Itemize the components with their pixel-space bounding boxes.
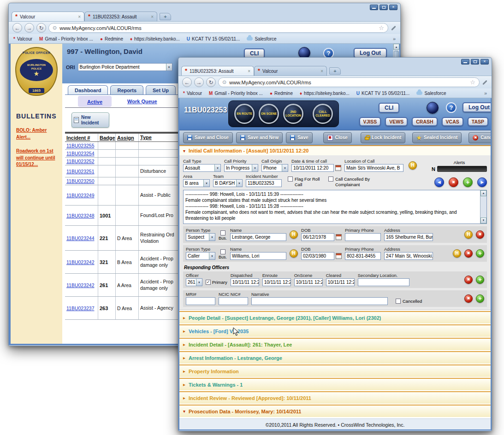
back-nav-button[interactable]: ← xyxy=(12,23,22,33)
col-header-type[interactable]: Type xyxy=(139,134,183,141)
incident-number-input[interactable]: 11BU023253 xyxy=(246,179,282,187)
dispatched-input[interactable]: 10/11/11 12:2 xyxy=(231,278,259,286)
bookmark-sitekey[interactable]: ♦https://sitekey.banko... xyxy=(300,91,350,96)
section-tickets-warnings[interactable]: ▸ Tickets & Warnings - 1 xyxy=(179,378,491,390)
back-nav-button[interactable]: ← xyxy=(182,77,192,87)
col-header-badge[interactable]: Badge xyxy=(98,134,116,141)
scroll-up-icon[interactable]: ▲ xyxy=(393,44,399,50)
delete-button[interactable]: ✖ xyxy=(464,294,473,303)
url-input[interactable]: ⊙ www.MyAgency.com/VALCOUR/rms ☆ xyxy=(48,23,388,33)
url-input[interactable]: ⊙ www.MyAgency.com/VALCOUR/rms ☆ xyxy=(218,77,480,87)
crash-button[interactable]: CRASH xyxy=(412,117,437,126)
team-select[interactable]: B DAYSH▼ xyxy=(213,179,243,187)
col-header-incident[interactable]: Incident # xyxy=(65,134,98,141)
scroll-up-icon[interactable]: ▲ xyxy=(480,190,486,196)
lock-incident-button[interactable]: Lock Incident xyxy=(361,132,405,143)
bulletin-link-roadwork[interactable]: Roadwork on 1st will continue until 01/1… xyxy=(16,148,56,168)
secondary-location-input[interactable] xyxy=(358,278,409,286)
bulletin-link-bolo[interactable]: BOLO: Amber Alert... xyxy=(16,127,56,141)
tab-valcour[interactable]: * Valcour × xyxy=(12,12,84,21)
tab-close-icon[interactable]: × xyxy=(151,14,154,19)
incident-link[interactable]: 11BU023252 xyxy=(66,159,95,164)
narrative-input[interactable] xyxy=(251,297,388,305)
bookmark-sitekey[interactable]: ♦https://sitekey.banko... xyxy=(130,36,180,41)
subtab-active[interactable]: Active xyxy=(87,99,102,105)
phone-input[interactable] xyxy=(345,233,381,241)
tab-incident[interactable]: * 11BU023253: Assault × xyxy=(84,12,157,21)
call-priority-select[interactable]: In Progress▼ xyxy=(224,164,258,172)
cleared-input[interactable]: 10/11/11 12:2 xyxy=(326,278,355,286)
minimize-button[interactable] xyxy=(461,59,469,65)
delete-officer-button[interactable]: ✖ xyxy=(464,276,473,284)
location-input[interactable]: Main St/s Winooski Ave, B xyxy=(344,164,403,172)
incident-link[interactable]: 11BU023242 xyxy=(66,282,95,288)
vjiss-button[interactable]: VJISS xyxy=(359,117,381,126)
mri-input[interactable] xyxy=(186,297,215,305)
scroll-down-icon[interactable]: ▼ xyxy=(480,218,486,223)
bookmark-valcour[interactable]: *Valcour xyxy=(183,91,202,96)
maximize-button[interactable] xyxy=(471,59,479,65)
incident-link[interactable]: 11BU023250 xyxy=(66,178,95,184)
incident-link[interactable]: 11BU023249 xyxy=(66,193,95,198)
tab-setup[interactable]: Set Up xyxy=(146,85,176,94)
address-input[interactable]: 165 Shelburne Rd, Burling xyxy=(384,233,433,241)
maximize-button[interactable] xyxy=(379,5,388,10)
bookmark-salesforce[interactable]: Salesforce xyxy=(247,36,276,41)
cancel-call-button[interactable]: ✖Cancel Call xyxy=(468,132,492,143)
bookmark-gmail[interactable]: MGmail - Priority Inbox ... xyxy=(39,36,93,41)
add-button[interactable]: + xyxy=(476,294,484,303)
address-input[interactable]: 247 Main St, Winooski, VT xyxy=(384,252,433,260)
close-button[interactable]: × xyxy=(480,59,489,65)
section-property-information[interactable]: ▸ Property Information xyxy=(179,364,491,377)
incident-link[interactable]: 11BU023244 xyxy=(66,235,95,241)
wrench-icon[interactable] xyxy=(391,25,396,30)
tasp-button[interactable]: TASP xyxy=(468,117,488,126)
section-initial-call-information[interactable]: ▾ Initial Call Information - [Assault] 1… xyxy=(179,145,491,155)
call-cancelled-checkbox[interactable] xyxy=(328,176,333,182)
dob-input[interactable]: 06/12/1978 xyxy=(301,233,334,241)
tab-close-icon[interactable]: × xyxy=(78,14,81,19)
bookmark-gmail[interactable]: MGmail - Priority Inbox ... xyxy=(209,91,263,96)
sealed-incident-button[interactable]: ★Sealed Incident xyxy=(412,132,462,143)
ori-select[interactable]: Burlington Police Department ▼ xyxy=(78,63,172,71)
overflow-chevron-icon[interactable]: » xyxy=(484,90,487,96)
bookmark-kcat[interactable]: UKCAT TV 15 05/02/11... xyxy=(356,91,410,96)
close-button[interactable]: × xyxy=(389,5,397,10)
minimize-button[interactable] xyxy=(370,5,378,10)
section-incident-review[interactable]: ▸ Incident Review - Reviewed [Approved]:… xyxy=(179,391,491,404)
wrench-icon[interactable] xyxy=(482,80,487,85)
incident-link[interactable]: 11BU023237 xyxy=(66,306,95,311)
bookmark-valcour[interactable]: *Valcour xyxy=(13,36,32,41)
dob-input[interactable]: 02/03/1980 xyxy=(301,252,334,260)
refresh-button[interactable]: ↻ xyxy=(36,23,46,33)
overflow-chevron-icon[interactable]: » xyxy=(393,36,396,41)
nav-next-button[interactable]: ▶ xyxy=(477,177,487,187)
section-incident-detail[interactable]: ▸ Incident Detail - [Assault]: 261: Thay… xyxy=(179,338,491,350)
add-officer-button[interactable]: + xyxy=(476,276,484,284)
save-and-new-button[interactable]: Save and New xyxy=(236,132,283,143)
add-button[interactable]: + xyxy=(463,177,473,187)
hazard-h-button[interactable]: H xyxy=(290,249,298,258)
tab-valcour[interactable]: * Valcour × xyxy=(254,66,327,76)
incident-link[interactable]: 11BU023248 xyxy=(66,213,95,218)
close-incident-button[interactable]: ✖Close xyxy=(323,132,352,143)
tab-dashboard[interactable]: Dashboard xyxy=(68,85,108,94)
logout-button[interactable]: Log Out xyxy=(462,102,492,112)
business-checkbox[interactable] xyxy=(220,249,225,254)
area-select[interactable]: B area▼ xyxy=(183,179,210,187)
cli-button[interactable]: CLI xyxy=(379,103,399,113)
hazard-h-button[interactable]: H xyxy=(464,230,473,239)
en-route-button[interactable]: EN ROUTE xyxy=(234,104,255,124)
forward-nav-button[interactable]: → xyxy=(24,23,34,33)
section-prosecution-data[interactable]: ▾ Prosecution Data - Morrissey, Mary: 10… xyxy=(179,405,491,417)
new-incident-button[interactable]: New Incident xyxy=(71,112,109,128)
person-type-select[interactable]: Suspect▼ xyxy=(186,233,215,241)
bookmark-redmine[interactable]: ●Redmine xyxy=(100,36,123,41)
enroute-input[interactable]: 10/11/11 12:2 xyxy=(262,278,291,286)
bookmark-kcat[interactable]: UKCAT TV 15 05/02/11... xyxy=(187,36,240,41)
bookmark-redmine[interactable]: ●Redmine xyxy=(270,91,293,96)
col-header-assign[interactable]: Assign xyxy=(116,134,139,141)
flag-for-roll-call-checkbox[interactable] xyxy=(288,176,293,182)
section-arrest-information[interactable]: ▸ Arrest Information - Lestrange, George xyxy=(179,351,491,364)
officer-select[interactable]: 261▼ xyxy=(186,278,202,286)
